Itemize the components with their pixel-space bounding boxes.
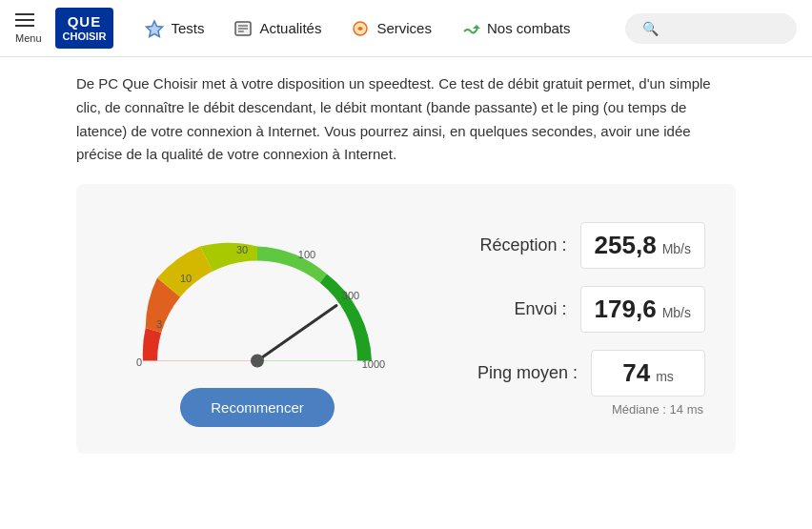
nav-item-actualites[interactable]: Actualités — [221, 12, 333, 45]
search-box[interactable]: 🔍 — [625, 13, 797, 44]
envoi-label: Envoi : — [515, 299, 567, 319]
search-placeholder: 🔍 — [642, 21, 659, 36]
tests-icon — [144, 18, 165, 39]
ping-row: Ping moyen : 74 ms — [438, 350, 705, 397]
results-panel: Réception : 255,8 Mb/s Envoi : 179,6 Mb/… — [419, 222, 705, 417]
ping-unit: ms — [656, 369, 674, 384]
logo-line1: QUE — [68, 13, 102, 31]
svg-marker-0 — [147, 21, 163, 37]
nav-actualites-label: Actualités — [259, 20, 321, 36]
envoi-row: Envoi : 179,6 Mb/s — [438, 286, 705, 333]
gauge-label-300: 300 — [342, 290, 359, 301]
envoi-value-box: 179,6 Mb/s — [580, 286, 705, 333]
main-nav: Tests Actualités Services — [132, 12, 625, 45]
svg-marker-6 — [473, 25, 480, 29]
menu-label: Menu — [15, 32, 42, 44]
header: Menu QUE CHOISIR Tests — [0, 0, 812, 57]
gauge-center — [251, 355, 264, 368]
services-icon — [350, 18, 371, 39]
envoi-value: 179,6 — [595, 295, 657, 324]
gauge-label-3: 3 — [156, 318, 162, 330]
gauge-label-0: 0 — [136, 356, 142, 368]
nos-combats-icon — [460, 18, 481, 39]
gauge-label-30: 30 — [236, 244, 248, 255]
reception-label: Réception : — [480, 235, 567, 255]
reception-unit: Mb/s — [662, 241, 691, 256]
envoi-unit: Mb/s — [662, 305, 691, 320]
menu-button[interactable]: Menu — [15, 13, 42, 44]
logo-line2: CHOISIR — [63, 31, 107, 43]
gauge-container: 0 3 10 30 100 300 1000 — [95, 211, 419, 427]
reception-value: 255,8 — [595, 231, 657, 260]
ping-label: Ping moyen : — [477, 363, 578, 383]
nav-services-label: Services — [376, 20, 432, 36]
speedtest-box: 0 3 10 30 100 300 1000 — [76, 184, 736, 454]
nav-item-services[interactable]: Services — [338, 12, 443, 45]
nav-item-nos-combats[interactable]: Nos combats — [449, 12, 582, 45]
logo[interactable]: QUE CHOISIR — [55, 8, 114, 49]
reception-value-box: 255,8 Mb/s — [580, 222, 705, 269]
reception-row: Réception : 255,8 Mb/s — [438, 222, 705, 269]
nav-item-tests[interactable]: Tests — [132, 12, 215, 45]
recommencer-button[interactable]: Recommencer — [180, 388, 335, 427]
gauge-label-1000: 1000 — [362, 358, 385, 370]
ping-value: 74 — [622, 358, 650, 388]
mediane-text: Médiane : 14 ms — [438, 402, 705, 417]
gauge-svg: 0 3 10 30 100 300 1000 — [105, 211, 410, 382]
page-description: De PC Que Choisir met à votre dispositio… — [76, 72, 736, 167]
nav-tests-label: Tests — [171, 20, 204, 36]
ping-value-box: 74 ms — [591, 350, 705, 397]
page-body: De PC Que Choisir met à votre dispositio… — [0, 57, 812, 469]
actualites-icon — [233, 18, 254, 39]
gauge-label-100: 100 — [298, 249, 315, 260]
gauge-label-10: 10 — [180, 273, 192, 284]
nav-nos-combats-label: Nos combats — [487, 20, 571, 36]
